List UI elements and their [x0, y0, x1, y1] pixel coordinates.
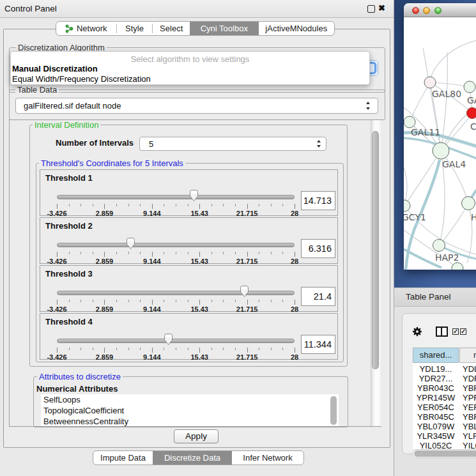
columns-icon[interactable]: [436, 326, 448, 337]
tab-jactivemnodules[interactable]: jActiveMNodules: [259, 22, 334, 35]
slider-scale-label: 15.43: [190, 210, 208, 217]
tab-network[interactable]: Network: [56, 22, 116, 35]
table-data-combobox[interactable]: galFiltered.sif default node: [15, 98, 378, 114]
slider-thumb[interactable]: [189, 189, 199, 204]
slider-thumb[interactable]: [126, 237, 135, 252]
slider-tick: [140, 348, 141, 350]
slider-track[interactable]: [57, 195, 295, 199]
close-traffic-light-icon[interactable]: [412, 7, 419, 14]
attribute-list-item[interactable]: TopologicalCoefficient: [41, 405, 339, 416]
slider-thumb[interactable]: [240, 285, 249, 300]
slider-scale-label: 2.859: [96, 257, 114, 265]
table-panel-area: ✓ ✓ shared... na YDL19...YDL1YDR27...YDR…: [394, 307, 476, 476]
tab-infer-network[interactable]: Infer Network: [232, 451, 303, 464]
network-node[interactable]: [452, 263, 463, 270]
threshold-value-field[interactable]: 6.316: [301, 239, 335, 258]
slider-tick: [93, 252, 93, 254]
combo-down-arrow-icon: [366, 107, 370, 110]
popup-item-equal-width[interactable]: Equal Width/Frequency Discretization: [12, 74, 151, 84]
slider-tick: [259, 300, 259, 302]
slider-tick: [282, 348, 283, 350]
minimize-traffic-light-icon[interactable]: [423, 7, 430, 14]
network-node-gal4[interactable]: [433, 142, 449, 159]
slider-tick: [93, 300, 93, 302]
network-node-h[interactable]: [462, 197, 475, 210]
attribute-list-item[interactable]: BetweennessCentrality: [41, 416, 339, 426]
table-row[interactable]: YDR27...YDR2: [413, 374, 476, 383]
tab-discretize-data[interactable]: Discretize Data: [153, 451, 232, 464]
table-row[interactable]: YBL079WYBL0: [413, 422, 476, 431]
slider-scale-label: 21.715: [236, 210, 258, 217]
cell-shared-name: YDL19...: [413, 364, 459, 374]
network-node-c[interactable]: [467, 108, 476, 119]
slider-tick: [235, 204, 236, 206]
threshold-label: Threshold 1: [45, 173, 93, 183]
slider-tick: [116, 204, 117, 206]
network-node-gcy1[interactable]: [404, 200, 410, 211]
threshold-value-field[interactable]: 14.713: [301, 191, 335, 210]
slider-thumb[interactable]: [164, 333, 173, 348]
slider-tick: [211, 252, 212, 254]
table-row[interactable]: YER054CYER0: [413, 403, 476, 412]
slider-track[interactable]: [57, 291, 295, 295]
tab-style[interactable]: Style: [117, 22, 153, 35]
slider-tick: [235, 252, 236, 254]
table-row[interactable]: YDL19...YDL1: [413, 364, 476, 374]
tab-impute-data[interactable]: Impute Data: [93, 451, 153, 464]
slider-scale-label: 2.859: [96, 305, 114, 313]
threshold-value-field[interactable]: 21.4: [301, 287, 335, 306]
network-node-ga[interactable]: [464, 81, 475, 93]
slider-tick: [104, 300, 105, 305]
slider-tick: [188, 252, 188, 254]
gear-icon[interactable]: [412, 326, 422, 337]
slider-tick: [282, 300, 283, 302]
slider-tick: [247, 300, 248, 305]
slider-tick: [282, 252, 283, 254]
interval-definition-group-title: Interval Definition: [33, 120, 100, 130]
numerical-attributes-list[interactable]: SelfLoopsTopologicalCoefficientBetweenne…: [41, 394, 339, 426]
float-window-icon[interactable]: [367, 5, 375, 13]
app: Control Panel ✖ NetworkStyleSelectCyni T…: [0, 0, 476, 476]
popup-item-manual-discretization[interactable]: Manual Discretization: [12, 64, 98, 73]
tab-cyni-toolbox[interactable]: Cyni Toolbox: [190, 22, 259, 35]
slider-track[interactable]: [57, 339, 295, 343]
checkbox-icon-2[interactable]: ✓: [460, 328, 466, 335]
table-row[interactable]: YPR145WYPR1: [413, 393, 476, 403]
checkbox-icon-1[interactable]: ✓: [452, 328, 459, 335]
apply-button[interactable]: Apply: [174, 429, 219, 443]
tab-select[interactable]: Select: [153, 22, 190, 35]
network-node-gal11[interactable]: [404, 116, 415, 128]
slider-tick: [152, 348, 153, 353]
slider-scale-label: 2.859: [96, 353, 114, 361]
attributes-list-scrollbar-thumb[interactable]: [330, 396, 337, 425]
network-window-titlebar[interactable]: [404, 3, 476, 17]
slider-tick: [211, 300, 212, 302]
number-of-intervals-spinner[interactable]: 5: [139, 137, 326, 151]
slider-tick: [295, 300, 295, 305]
slider-scale-label: -3.426: [47, 353, 66, 361]
table-row[interactable]: YBR043CYBR0: [413, 383, 476, 393]
table-row[interactable]: YLR345WYLR3: [413, 431, 476, 441]
slider-tick: [295, 348, 295, 353]
slider-tick: [57, 252, 58, 257]
threshold-box: Threshold 2-3.4262.8599.14415.4321.71528…: [40, 217, 338, 264]
table-row[interactable]: YBR045CYBR0: [413, 412, 476, 422]
horizontal-scrollbar-thumb[interactable]: [414, 450, 476, 457]
threshold-value-field[interactable]: 11.344: [301, 335, 335, 354]
algorithm-dropdown-popup: Select algorithm to view settings Manual…: [10, 51, 370, 85]
network-node-gal80[interactable]: [424, 77, 436, 88]
zoom-traffic-light-icon[interactable]: [434, 7, 441, 14]
column-header-name[interactable]: na: [459, 348, 476, 363]
network-canvas[interactable]: GAL80GACGAL11GAL4GCY1HHAP2: [404, 17, 476, 270]
horizontal-scrollbar-track[interactable]: [412, 449, 476, 458]
slider-scale-label: 28: [291, 257, 298, 265]
attribute-list-item[interactable]: SelfLoops: [41, 394, 339, 405]
slider-track[interactable]: [57, 243, 295, 247]
close-icon[interactable]: ✖: [378, 3, 385, 13]
network-node-hap2[interactable]: [433, 240, 445, 252]
threshold-box: Threshold 1-3.4262.8599.14415.4321.71528…: [40, 169, 338, 216]
column-header-shared-name[interactable]: shared...: [413, 348, 459, 363]
vertical-scrollbar-thumb[interactable]: [372, 131, 379, 369]
slider-tick: [176, 204, 176, 206]
slider-tick: [57, 204, 58, 209]
